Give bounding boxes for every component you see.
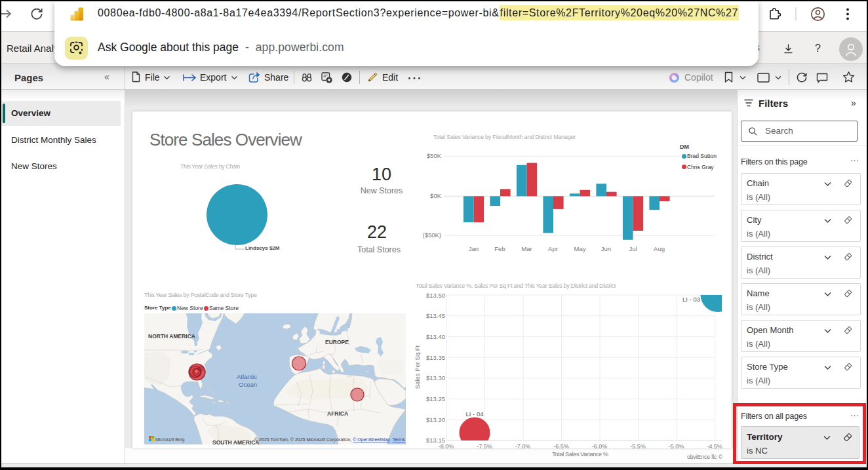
svg-text:Microsoft Bing: Microsoft Bing [155,437,184,442]
svg-text:NORTH AMERICA: NORTH AMERICA [148,333,195,340]
svg-text:SOUTH AMERICA: SOUTH AMERICA [212,439,259,444]
svg-text:EUROPE: EUROPE [325,339,349,345]
svg-text:Ocean: Ocean [239,381,257,388]
svg-text:AFRICA: AFRICA [327,410,348,417]
svg-text:© 2025 TomTom, © 2025 Microsof: © 2025 TomTom, © 2025 Microsoft Corporat… [254,437,405,442]
svg-text:Atlantic: Atlantic [237,373,257,380]
